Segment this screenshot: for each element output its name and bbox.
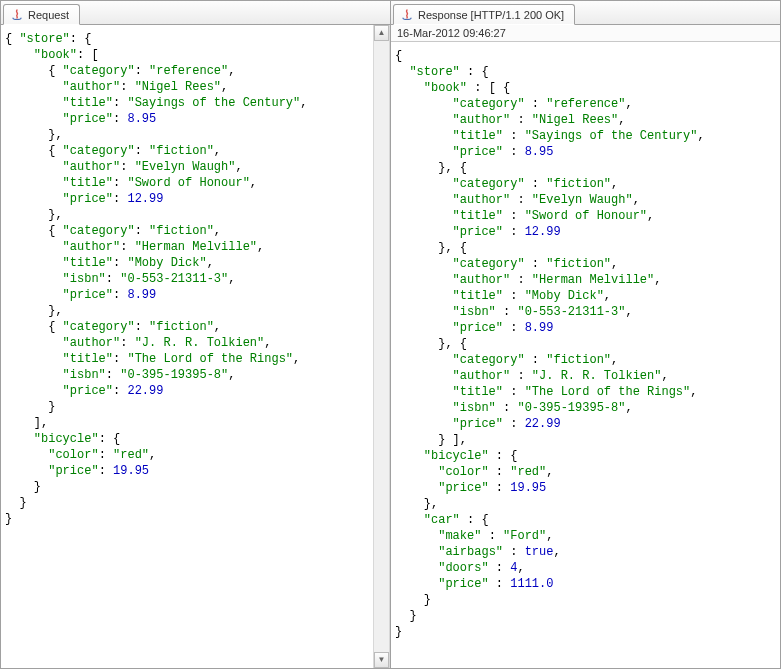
response-code-area[interactable]: { "store" : { "book" : [ { "category" : … bbox=[391, 42, 780, 668]
response-tab-bar: Response [HTTP/1.1 200 OK] bbox=[391, 1, 780, 25]
java-icon bbox=[400, 8, 414, 22]
request-panel: Request { "store": { "book": [ { "catego… bbox=[0, 0, 390, 669]
scroll-down-button[interactable]: ▼ bbox=[374, 652, 389, 668]
tab-request-label: Request bbox=[28, 9, 69, 21]
request-json-text: { "store": { "book": [ { "category": "re… bbox=[5, 31, 385, 527]
response-panel: Response [HTTP/1.1 200 OK] 16-Mar-2012 0… bbox=[390, 0, 781, 669]
request-tab-bar: Request bbox=[1, 1, 390, 25]
tab-response[interactable]: Response [HTTP/1.1 200 OK] bbox=[393, 4, 575, 25]
scroll-up-button[interactable]: ▲ bbox=[374, 25, 389, 41]
request-code-area[interactable]: { "store": { "book": [ { "category": "re… bbox=[1, 25, 390, 668]
java-icon bbox=[10, 8, 24, 22]
tab-request[interactable]: Request bbox=[3, 4, 80, 25]
request-scrollbar[interactable]: ▲ ▼ bbox=[373, 25, 389, 668]
response-json-text: { "store" : { "book" : [ { "category" : … bbox=[395, 48, 776, 640]
response-timestamp: 16-Mar-2012 09:46:27 bbox=[391, 25, 780, 42]
tab-response-label: Response [HTTP/1.1 200 OK] bbox=[418, 9, 564, 21]
split-container: Request { "store": { "book": [ { "catego… bbox=[0, 0, 781, 669]
